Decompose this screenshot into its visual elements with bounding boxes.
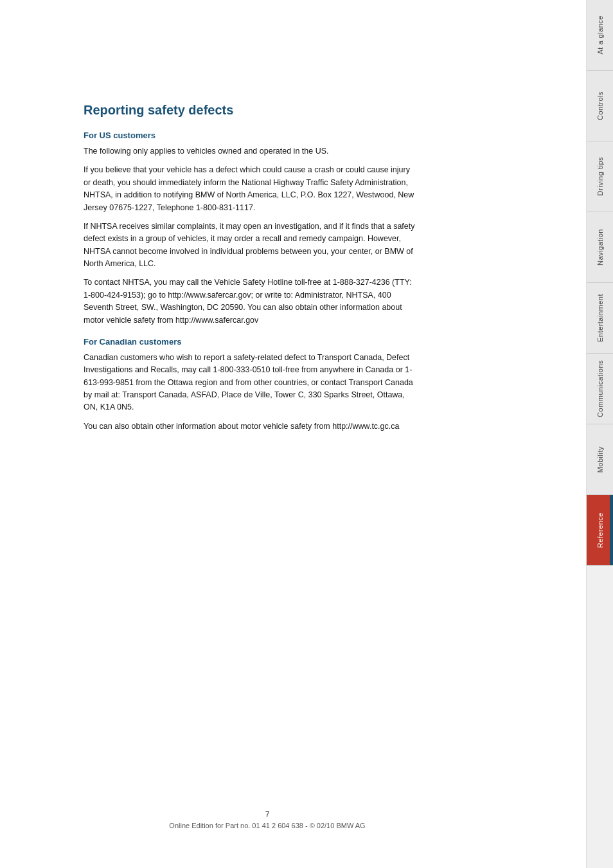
sidebar-tab-label-3: Navigation [596,229,604,266]
page-footer: 7 Online Edition for Part no. 01 41 2 60… [0,810,535,829]
us-customers-heading: For US customers [84,131,547,140]
sidebar-tab-mobility[interactable]: Mobility [587,424,614,495]
sidebar-tab-reference[interactable]: Reference [587,495,614,566]
sidebar-tab-label-4: Entertainment [596,294,604,342]
footer-text: Online Edition for Part no. 01 41 2 604 … [169,822,365,829]
us-para-1: The following only applies to vehicles o… [84,145,418,158]
sidebar-tab-label-6: Mobility [596,446,604,473]
sidebar-tab-navigation[interactable]: Navigation [587,212,614,283]
sidebar-tab-label-5: Communications [596,360,604,417]
sidebar-tab-at-a-glance[interactable]: At a glance [587,0,614,71]
canada-para-2: You can also obtain other information ab… [84,420,418,433]
us-para-4: To contact NHTSA, you may call the Vehic… [84,276,418,327]
main-content: Reporting safety defects For US customer… [0,0,586,868]
sidebar-tab-entertainment[interactable]: Entertainment [587,283,614,354]
sidebar-tab-label-2: Driving tips [596,157,604,195]
sidebar-tab-communications[interactable]: Communications [587,354,614,424]
canada-section: For Canadian customers Canadian customer… [84,337,547,433]
sidebar-tab-label-7: Reference [596,512,604,548]
canada-para-1: Canadian customers who wish to report a … [84,352,418,414]
sidebar-tab-driving-tips[interactable]: Driving tips [587,141,614,212]
sidebar-tab-label-1: Controls [596,91,604,120]
sidebar-tab-label-0: At a glance [596,15,604,55]
us-para-3: If NHTSA receives similar complaints, it… [84,221,418,271]
active-indicator-bar [610,495,614,565]
us-para-2: If you believe that your vehicle has a d… [84,164,418,214]
sidebar-tab-controls[interactable]: Controls [587,71,614,141]
page-title: Reporting safety defects [84,103,547,118]
canada-customers-heading: For Canadian customers [84,337,547,347]
sidebar: At a glanceControlsDriving tipsNavigatio… [586,0,613,868]
page-number: 7 [0,810,535,819]
us-section: For US customers The following only appl… [84,131,547,327]
